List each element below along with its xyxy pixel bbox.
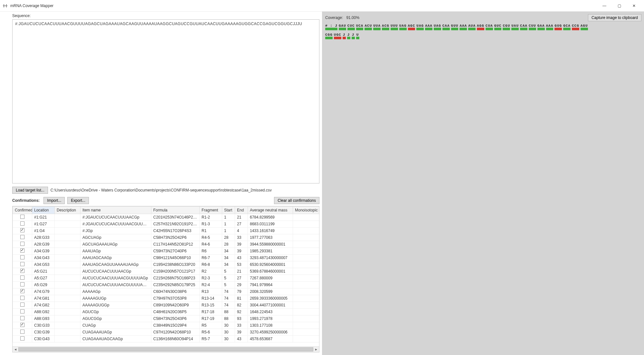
coverage-segment: AGU <box>581 24 588 30</box>
coverage-segment: CGU <box>503 24 510 30</box>
table-row[interactable]: A74:G81AAAAAGUGpC79H97N37O53P8R13-147481… <box>13 295 319 302</box>
coverage-segment: GCA <box>563 24 571 30</box>
col-confirmed[interactable]: Confirmed <box>13 207 32 214</box>
table-row[interactable]: C30:G43CUAGAAAUAGCAAGpC136H168N60O94P14R… <box>13 336 319 342</box>
coverage-segment: J <box>347 33 350 39</box>
col-item[interactable]: Item name <box>80 207 151 214</box>
confirm-checkbox[interactable] <box>20 228 24 232</box>
confirm-checkbox[interactable] <box>20 255 24 259</box>
confirm-checkbox[interactable] <box>20 289 24 293</box>
table-row[interactable]: A88:G92AGUCGpC48H61N20O36P5R17-188892164… <box>13 309 319 315</box>
coverage-segment: UAG <box>416 24 424 30</box>
coverage-segment: AGC <box>408 24 415 30</box>
coverage-segment: U <box>356 33 359 39</box>
minimize-button[interactable]: — <box>597 1 612 11</box>
confirm-checkbox[interactable] <box>20 235 24 239</box>
coverage-pane: Coverage: 91.00% Capture image to clipbo… <box>322 12 644 355</box>
coverage-segment: CUC <box>347 24 355 30</box>
coverage-segment: GUU <box>451 24 459 30</box>
coverage-segment: GAA <box>537 24 545 30</box>
sequence-textarea[interactable]: #:JGAUCUCUCAACUUUAACGUUUUAGAGCUAGAAAUAGC… <box>12 19 319 183</box>
clear-confirmations-button[interactable]: Clear all confirmations <box>274 197 319 204</box>
confirm-checkbox[interactable] <box>20 316 24 320</box>
table-row[interactable]: A34:G39AAAUAGpC59H73N27O40P6R634391985.2… <box>13 248 319 255</box>
close-button[interactable]: ✕ <box>627 1 641 11</box>
table-row[interactable]: A28:G33AGCUAGpC58H73N25O42P6R4-528331977… <box>13 234 319 241</box>
confirm-checkbox[interactable] <box>20 282 24 286</box>
coverage-segment: AAA <box>459 24 467 30</box>
coverage-segment: UAG <box>434 24 441 30</box>
table-row[interactable]: A5:G27AUCUCUCAACUUUAACGUUUUAGpC215H268N7… <box>13 275 319 282</box>
coverage-segment: UCA <box>356 24 364 30</box>
confirmations-label: Confirmations: <box>12 198 40 203</box>
coverage-segment: J <box>343 33 346 39</box>
table-row[interactable]: A34:G43AAAUAGCAAGpC98H121N45O66P10R6-734… <box>13 255 319 261</box>
grid-scroll[interactable]: Confirmed Location Description Item name… <box>13 206 319 346</box>
table-row[interactable]: C30:G33CUAGpC38H49N15O29P4R530331303.177… <box>13 322 319 329</box>
grid-horizontal-scrollbar[interactable]: ◄ ► <box>13 346 319 352</box>
confirm-checkbox[interactable] <box>20 248 24 253</box>
confirm-checkbox[interactable] <box>20 330 24 334</box>
table-row[interactable]: C30:G39CUAGAAAUAGpC97H120N42O68P10R5-630… <box>13 329 319 336</box>
table-row[interactable]: #1:G4#:JGpC42H55N17O26P4S3R1141433.16167… <box>13 228 319 234</box>
export-button[interactable]: Export... <box>67 197 89 204</box>
confirm-checkbox[interactable] <box>20 269 24 273</box>
coverage-segment: AAA <box>546 24 554 30</box>
left-pane: Sequence: #:JGAUCUCUCAACUUUAACGUUUUAGAGC… <box>0 12 322 355</box>
confirm-checkbox[interactable] <box>20 309 24 313</box>
confirm-checkbox[interactable] <box>20 296 24 300</box>
confirm-checkbox[interactable] <box>20 336 24 341</box>
table-row[interactable]: #1:G21#:JGAUCUCUCAACUUUAACGpC201H253N74O… <box>13 214 319 221</box>
coverage-segment: UUU <box>391 24 398 30</box>
scroll-thumb[interactable] <box>18 347 313 351</box>
table-row[interactable]: A28:G39AGCUAGAAAUAGpC117H144N52O81P12R4-… <box>13 241 319 248</box>
capture-clipboard-button[interactable]: Capture image to clipboard <box>588 14 641 21</box>
window-title: mRNA Coverage Mapper <box>10 4 53 8</box>
confirm-checkbox[interactable] <box>20 303 24 307</box>
table-row[interactable]: #1:G27#:JGAUCUCUCAACUUUAACGUUUUAGpC257H3… <box>13 221 319 228</box>
table-row[interactable]: A34:G53AAAUAGCAAGUUAAAAUAAGpC195H238N86O… <box>13 261 319 268</box>
coverage-segment: CUU <box>529 24 536 30</box>
import-button[interactable]: Import... <box>43 197 65 204</box>
svg-rect-1 <box>4 4 4 7</box>
table-row[interactable]: A88:G93AGUCGGpC58H73N25O43P6R17-19889319… <box>13 315 319 322</box>
coverage-segment: UUA <box>373 24 381 30</box>
app-icon <box>3 3 8 8</box>
coverage-segment: ACU <box>365 24 372 30</box>
confirm-checkbox[interactable] <box>20 215 24 219</box>
col-location[interactable]: Location <box>32 207 55 214</box>
target-path: C:\Users\usrdeso\OneDrive - Waters Corpo… <box>51 188 272 192</box>
confirm-checkbox[interactable] <box>20 221 24 226</box>
confirm-checkbox[interactable] <box>20 276 24 280</box>
confirm-checkbox[interactable] <box>20 242 24 246</box>
col-description[interactable]: Description <box>55 207 80 214</box>
maximize-button[interactable]: ▢ <box>612 1 627 11</box>
col-start[interactable]: Start <box>222 207 235 214</box>
coverage-segment: UAU <box>511 24 519 30</box>
table-row[interactable]: A74:G79AAAAAGpC60H74N30O38P6R1374792008.… <box>13 288 319 295</box>
coverage-segment: GUG <box>554 24 562 30</box>
coverage-value: 91.00% <box>346 15 359 20</box>
table-row[interactable]: A5:G21AUCUCUCAACUUUAACGpC159H200N57O121P… <box>13 268 319 275</box>
col-mono[interactable]: Monoisotopic neutral <box>293 207 319 214</box>
col-fragment[interactable]: Fragment <box>200 207 222 214</box>
coverage-segment: ACG <box>382 24 389 30</box>
coverage-segment: UGC <box>334 33 341 39</box>
coverage-map: # : JGAUCUCUCAACUUUAACGUUUUAGAGCUAGAAAUA… <box>324 24 642 39</box>
confirm-checkbox[interactable] <box>20 262 24 266</box>
scroll-right-icon[interactable]: ► <box>313 347 319 352</box>
col-formula[interactable]: Formula <box>151 207 200 214</box>
coverage-segment: UAG <box>399 24 407 30</box>
confirm-checkbox[interactable] <box>20 323 24 327</box>
scroll-left-icon[interactable]: ◄ <box>13 347 18 352</box>
col-end[interactable]: End <box>235 207 248 214</box>
coverage-segment: GAU <box>339 24 346 30</box>
col-avg[interactable]: Average neutral mass <box>248 207 293 214</box>
table-row[interactable]: A5:G29AUCUCUCAACUUUAACGUUUUAGAGpC235H292… <box>13 282 319 288</box>
coverage-segment: CAA <box>442 24 450 30</box>
load-target-button[interactable]: Load target list... <box>12 187 48 194</box>
coverage-segment: CUA <box>486 24 493 30</box>
svg-rect-2 <box>6 4 7 7</box>
table-row[interactable]: A74:G82AAAAAGUGGpC89H109N42O60P9R13-1574… <box>13 302 319 309</box>
coverage-segment: CCG <box>572 24 579 30</box>
